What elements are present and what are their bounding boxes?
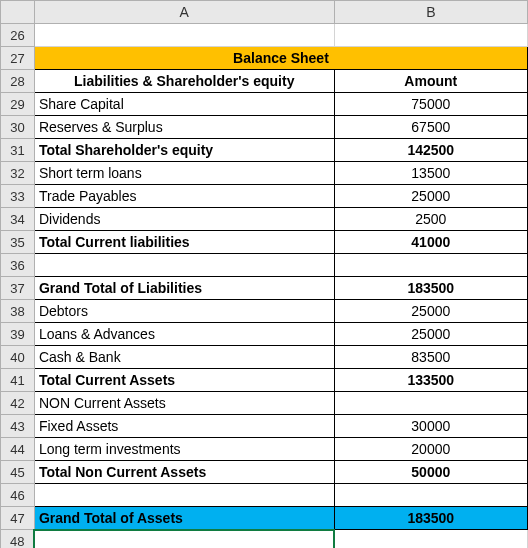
cell[interactable]: Trade Payables — [34, 185, 334, 208]
cell-total[interactable]: Total Shareholder's equity — [34, 139, 334, 162]
cell[interactable]: Short term loans — [34, 162, 334, 185]
cell[interactable]: 67500 — [334, 116, 527, 139]
cell[interactable]: 25000 — [334, 185, 527, 208]
cell[interactable]: 20000 — [334, 438, 527, 461]
cell[interactable]: 25000 — [334, 300, 527, 323]
cell[interactable]: Dividends — [34, 208, 334, 231]
row-header[interactable]: 32 — [1, 162, 35, 185]
cell-total[interactable]: Total Non Current Assets — [34, 461, 334, 484]
row-header[interactable]: 40 — [1, 346, 35, 369]
cell[interactable] — [334, 24, 527, 47]
cell[interactable]: 83500 — [334, 346, 527, 369]
cell-total[interactable]: Total Current liabilities — [34, 231, 334, 254]
cell-total[interactable]: 50000 — [334, 461, 527, 484]
cell-total[interactable]: 142500 — [334, 139, 527, 162]
cell[interactable] — [34, 254, 334, 277]
cell-total[interactable]: Total Current Assets — [34, 369, 334, 392]
row-header[interactable]: 33 — [1, 185, 35, 208]
active-cell[interactable] — [34, 530, 334, 549]
row-header[interactable]: 29 — [1, 93, 35, 116]
select-all-corner[interactable] — [1, 1, 35, 24]
row-header[interactable]: 42 — [1, 392, 35, 415]
cell[interactable]: Reserves & Surplus — [34, 116, 334, 139]
header-liabilities[interactable]: Liabilities & Shareholder's equity — [34, 70, 334, 93]
row-header[interactable]: 36 — [1, 254, 35, 277]
cell[interactable] — [334, 254, 527, 277]
cell[interactable]: 75000 — [334, 93, 527, 116]
row-header[interactable]: 26 — [1, 24, 35, 47]
cell[interactable]: Fixed Assets — [34, 415, 334, 438]
cell[interactable]: 2500 — [334, 208, 527, 231]
cell[interactable]: 13500 — [334, 162, 527, 185]
header-amount[interactable]: Amount — [334, 70, 527, 93]
cell[interactable]: Long term investments — [34, 438, 334, 461]
cell[interactable]: 25000 — [334, 323, 527, 346]
row-header[interactable]: 39 — [1, 323, 35, 346]
row-header[interactable]: 41 — [1, 369, 35, 392]
row-header[interactable]: 45 — [1, 461, 35, 484]
sheet-title[interactable]: Balance Sheet — [34, 47, 527, 70]
row-header[interactable]: 38 — [1, 300, 35, 323]
row-header[interactable]: 47 — [1, 507, 35, 530]
cell[interactable]: Cash & Bank — [34, 346, 334, 369]
cell[interactable]: Share Capital — [34, 93, 334, 116]
cell-total[interactable]: 41000 — [334, 231, 527, 254]
cell[interactable]: NON Current Assets — [34, 392, 334, 415]
cell[interactable] — [34, 24, 334, 47]
cell-total[interactable]: 133500 — [334, 369, 527, 392]
row-header[interactable]: 30 — [1, 116, 35, 139]
cell[interactable]: 30000 — [334, 415, 527, 438]
cell-total[interactable]: Grand Total of Liabilities — [34, 277, 334, 300]
row-header[interactable]: 31 — [1, 139, 35, 162]
cell-grand-total[interactable]: 183500 — [334, 507, 527, 530]
col-header-A[interactable]: A — [34, 1, 334, 24]
row-header[interactable]: 46 — [1, 484, 35, 507]
row-header[interactable]: 48 — [1, 530, 35, 549]
row-header[interactable]: 28 — [1, 70, 35, 93]
cell[interactable] — [334, 392, 527, 415]
row-header[interactable]: 43 — [1, 415, 35, 438]
spreadsheet-grid[interactable]: A B 26 27 Balance Sheet 28 Liabilities &… — [0, 0, 528, 548]
cell[interactable] — [334, 530, 527, 549]
col-header-B[interactable]: B — [334, 1, 527, 24]
cell[interactable] — [34, 484, 334, 507]
row-header[interactable]: 34 — [1, 208, 35, 231]
row-header[interactable]: 44 — [1, 438, 35, 461]
row-header[interactable]: 37 — [1, 277, 35, 300]
row-header[interactable]: 27 — [1, 47, 35, 70]
cell-grand-total[interactable]: Grand Total of Assets — [34, 507, 334, 530]
row-header[interactable]: 35 — [1, 231, 35, 254]
cell[interactable]: Loans & Advances — [34, 323, 334, 346]
cell-total[interactable]: 183500 — [334, 277, 527, 300]
cell[interactable]: Debtors — [34, 300, 334, 323]
cell[interactable] — [334, 484, 527, 507]
